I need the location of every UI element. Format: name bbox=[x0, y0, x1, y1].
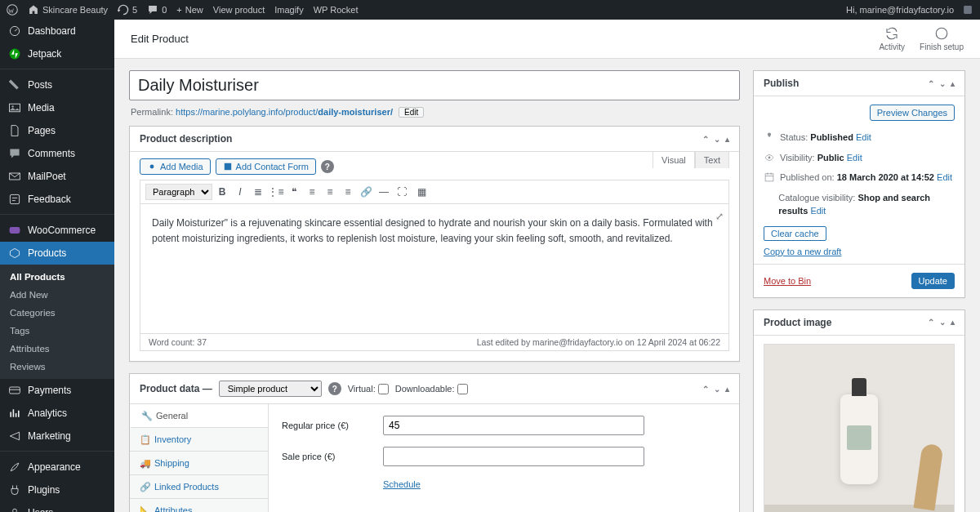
number-list-icon[interactable]: ⋮≡ bbox=[268, 184, 284, 200]
menu-media[interactable]: Media bbox=[0, 96, 114, 119]
admin-sidebar: Dashboard Jetpack Posts Media Pages Comm… bbox=[0, 20, 114, 512]
align-left-icon[interactable]: ≡ bbox=[304, 184, 320, 200]
menu-dashboard[interactable]: Dashboard bbox=[0, 20, 114, 42]
help-icon[interactable]: ? bbox=[328, 382, 341, 395]
product-image[interactable] bbox=[764, 344, 955, 513]
eye-icon bbox=[764, 152, 775, 163]
fullscreen-icon[interactable]: ⛶ bbox=[394, 184, 410, 200]
menu-plugins[interactable]: Plugins bbox=[0, 479, 114, 501]
finish-setup-button[interactable]: Finish setup bbox=[920, 26, 964, 51]
updates[interactable]: 5 bbox=[118, 4, 137, 16]
menu-feedback[interactable]: Feedback bbox=[0, 188, 114, 211]
link-icon[interactable]: 🔗 bbox=[358, 184, 374, 200]
menu-comments[interactable]: Comments bbox=[0, 142, 114, 165]
copy-draft-link[interactable]: Copy to a new draft bbox=[764, 247, 841, 256]
regular-price-input[interactable] bbox=[383, 416, 644, 435]
preview-changes-button[interactable]: Preview Changes bbox=[870, 105, 955, 121]
edit-visibility-link[interactable]: Edit bbox=[847, 153, 862, 163]
imagify[interactable]: Imagify bbox=[274, 5, 303, 15]
visual-tab[interactable]: Visual bbox=[653, 151, 695, 168]
menu-products[interactable]: Products bbox=[0, 242, 114, 265]
page-title: Edit Product bbox=[131, 33, 189, 45]
product-image-title: Product image bbox=[764, 317, 831, 328]
menu-pages[interactable]: Pages bbox=[0, 119, 114, 142]
menu-analytics[interactable]: Analytics bbox=[0, 402, 114, 425]
bold-icon[interactable]: B bbox=[214, 184, 230, 200]
menu-posts[interactable]: Posts bbox=[0, 73, 114, 96]
permalink-edit-button[interactable]: Edit bbox=[399, 107, 424, 118]
tab-general[interactable]: 🔧General bbox=[130, 404, 268, 428]
new-content[interactable]: + New bbox=[176, 5, 203, 15]
view-product[interactable]: View product bbox=[213, 5, 265, 15]
permalink-link[interactable]: https://marine.polylang.info/product/dai… bbox=[176, 107, 393, 117]
text-tab[interactable]: Text bbox=[695, 151, 729, 168]
menu-mailpoet[interactable]: MailPoet bbox=[0, 165, 114, 188]
product-type-select[interactable]: Simple product bbox=[219, 381, 322, 397]
submenu-all-products[interactable]: All Products bbox=[0, 268, 114, 286]
product-title-input[interactable] bbox=[129, 70, 740, 100]
submenu-add-new[interactable]: Add New bbox=[0, 286, 114, 304]
menu-appearance[interactable]: Appearance bbox=[0, 456, 114, 479]
update-button[interactable]: Update bbox=[911, 273, 955, 289]
tab-inventory[interactable]: 📋Inventory bbox=[130, 428, 268, 452]
edit-catalog-link[interactable]: Edit bbox=[810, 206, 826, 216]
move-down-icon[interactable]: ⌄ bbox=[714, 385, 720, 394]
tab-shipping[interactable]: 🚚Shipping bbox=[130, 452, 268, 475]
downloadable-checkbox[interactable]: Downloadable: bbox=[395, 384, 468, 394]
clear-cache-button[interactable]: Clear cache bbox=[764, 226, 826, 241]
submenu-reviews[interactable]: Reviews bbox=[0, 358, 114, 376]
tab-attributes[interactable]: 📐Attributes bbox=[130, 499, 268, 512]
toggle-icon[interactable]: ▴ bbox=[725, 135, 729, 144]
menu-marketing[interactable]: Marketing bbox=[0, 425, 114, 447]
svg-point-3 bbox=[10, 49, 20, 60]
move-to-bin-link[interactable]: Move to Bin bbox=[764, 276, 811, 286]
paragraph-select[interactable]: Paragraph bbox=[145, 184, 212, 200]
sale-price-input[interactable] bbox=[383, 447, 644, 466]
activity-button[interactable]: Activity bbox=[879, 26, 905, 51]
move-down-icon[interactable]: ⌄ bbox=[939, 79, 946, 88]
move-up-icon[interactable]: ⌃ bbox=[702, 385, 709, 394]
italic-icon[interactable]: I bbox=[232, 184, 248, 200]
toggle-icon[interactable]: ▴ bbox=[951, 79, 955, 88]
wp-logo[interactable] bbox=[7, 4, 18, 16]
move-down-icon[interactable]: ⌄ bbox=[939, 318, 946, 327]
edit-status-link[interactable]: Edit bbox=[856, 132, 871, 142]
comments[interactable]: 0 bbox=[147, 4, 167, 16]
bullet-list-icon[interactable]: ≣ bbox=[250, 184, 266, 200]
svg-rect-7 bbox=[10, 227, 20, 234]
edit-date-link[interactable]: Edit bbox=[937, 172, 952, 182]
sale-price-label: Sale price (€) bbox=[282, 452, 372, 461]
distraction-free-icon[interactable]: ⤢ bbox=[715, 209, 724, 225]
word-count: Word count: 37 bbox=[149, 337, 207, 347]
toolbar-toggle-icon[interactable]: ▦ bbox=[412, 184, 431, 200]
submenu-tags[interactable]: Tags bbox=[0, 322, 114, 340]
menu-users[interactable]: Users bbox=[0, 501, 114, 512]
help-icon[interactable]: ? bbox=[321, 160, 334, 173]
wp-rocket[interactable]: WP Rocket bbox=[314, 5, 359, 15]
move-up-icon[interactable]: ⌃ bbox=[928, 79, 934, 88]
move-up-icon[interactable]: ⌃ bbox=[928, 318, 934, 327]
add-media-button[interactable]: Add Media bbox=[140, 158, 211, 175]
move-up-icon[interactable]: ⌃ bbox=[702, 135, 709, 144]
menu-jetpack[interactable]: Jetpack bbox=[0, 42, 114, 65]
product-image-box: Product image ⌃⌄▴ ? Click the image to e… bbox=[753, 309, 965, 513]
editor-content[interactable]: Daily Moisturizer" is a rejuvenating ski… bbox=[140, 203, 729, 334]
insert-more-icon[interactable]: — bbox=[376, 184, 392, 200]
virtual-checkbox[interactable]: Virtual: bbox=[348, 384, 389, 394]
menu-payments[interactable]: Payments bbox=[0, 379, 114, 402]
add-contact-form-button[interactable]: Add Contact Form bbox=[216, 158, 316, 175]
submenu-categories[interactable]: Categories bbox=[0, 304, 114, 322]
toggle-icon[interactable]: ▴ bbox=[951, 318, 955, 327]
align-right-icon[interactable]: ≡ bbox=[340, 184, 356, 200]
move-down-icon[interactable]: ⌄ bbox=[714, 135, 720, 144]
align-center-icon[interactable]: ≡ bbox=[322, 184, 338, 200]
submenu-attributes[interactable]: Attributes bbox=[0, 340, 114, 358]
quote-icon[interactable]: ❝ bbox=[286, 184, 302, 200]
site-name[interactable]: Skincare Beauty bbox=[28, 4, 108, 16]
svg-point-15 bbox=[150, 165, 154, 169]
greeting[interactable]: Hi, marine@fridayfactory.io bbox=[846, 4, 973, 16]
tab-linked[interactable]: 🔗Linked Products bbox=[130, 475, 268, 499]
schedule-link[interactable]: Schedule bbox=[383, 479, 421, 489]
toggle-icon[interactable]: ▴ bbox=[725, 385, 729, 394]
menu-woocommerce[interactable]: WooCommerce bbox=[0, 219, 114, 242]
